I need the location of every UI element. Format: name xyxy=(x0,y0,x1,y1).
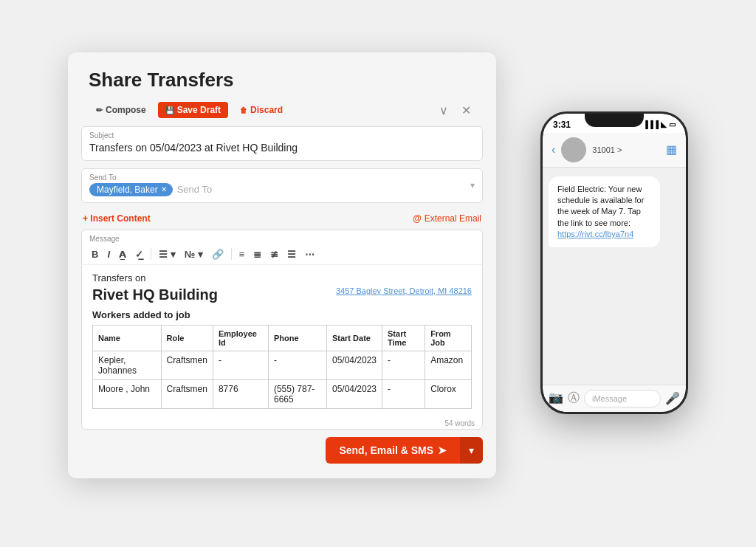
col-from-job: From Job xyxy=(425,325,472,351)
transfers-table: Name Role Employee Id Phone Start Date S… xyxy=(92,325,472,409)
cell-role: Craftsmen xyxy=(161,379,213,408)
cell-phone: - xyxy=(268,351,326,379)
toolbar-divider-1 xyxy=(151,248,151,260)
status-icons: ▐▐▐ ◣ ▭ xyxy=(643,120,676,128)
cell-start-date: 05/04/2023 xyxy=(326,379,382,408)
phone-screen: 3:31 ▐▐▐ ◣ ▭ ‹ 31001 > ▦ Field Electric:… xyxy=(543,114,686,412)
bold-button[interactable]: B xyxy=(88,247,102,261)
word-count: 54 words xyxy=(82,416,482,429)
cell-start-time: - xyxy=(382,379,425,408)
status-time: 3:31 xyxy=(553,120,571,130)
col-start-time: Start Time xyxy=(382,325,425,351)
wifi-icon: ◣ xyxy=(661,120,667,128)
ordered-list-button[interactable]: № ▾ xyxy=(181,247,207,261)
recipient-name: Mayfield, Baker xyxy=(97,185,158,195)
cell-start-time: - xyxy=(382,351,425,379)
phone-back-button[interactable]: ‹ xyxy=(551,143,555,156)
highlight-button[interactable]: ✓̲ xyxy=(131,247,147,261)
send-to-placeholder: Send To xyxy=(177,184,212,195)
job-address: 3457 Bagley Street, Detroit, MI 48216 xyxy=(336,286,472,295)
cell-from-job: Clorox xyxy=(425,379,472,408)
phone-notch xyxy=(585,114,644,127)
external-email-button[interactable]: @ External Email xyxy=(413,213,481,224)
panel-title: Share Transfers xyxy=(89,69,475,92)
toolbar-divider-2 xyxy=(231,248,232,260)
imessage-placeholder: iMessage xyxy=(592,394,627,403)
email-form: Subject Transfers on 05/04/2023 at Rivet… xyxy=(68,126,496,430)
italic-button[interactable]: I xyxy=(103,247,114,261)
signal-icon: ▐▐▐ xyxy=(643,120,659,128)
sms-link[interactable]: https://rivt.cc/lbya7n4 xyxy=(557,230,633,238)
phone-mockup: 3:31 ▐▐▐ ◣ ▭ ‹ 31001 > ▦ Field Electric:… xyxy=(540,111,688,414)
camera-icon: 📷 xyxy=(549,391,563,406)
workers-label: Workers added to job xyxy=(92,309,472,320)
send-to-content: Mayfield, Baker ✕ Send To xyxy=(89,183,461,196)
col-role: Role xyxy=(161,325,213,351)
dropdown-arrow-icon: ▾ xyxy=(470,180,475,190)
phone-input-bar: 📷 Ⓐ iMessage 🎤 xyxy=(543,385,686,412)
recipient-tag: Mayfield, Baker ✕ xyxy=(89,183,173,196)
toolbar: Compose Save Draft Discard ∨ ✕ xyxy=(89,102,475,119)
table-row: Kepler, Johannes Craftsmen - - 05/04/202… xyxy=(93,351,472,379)
job-name: Rivet HQ Building xyxy=(92,286,218,303)
editor-toolbar: B I A̲ ✓̲ ☰ ▾ № ▾ 🔗 ≡ ≣ ≢ ☰ ⋯ xyxy=(82,244,482,265)
align-left-button[interactable]: ≡ xyxy=(236,247,249,261)
subject-field[interactable]: Subject Transfers on 05/04/2023 at Rivet… xyxy=(81,126,483,161)
cell-role: Craftsmen xyxy=(161,351,213,379)
send-to-label: Send To xyxy=(89,173,461,182)
job-header-row: Rivet HQ Building 3457 Bagley Street, De… xyxy=(92,286,472,305)
more-options-button[interactable]: ⋯ xyxy=(301,247,318,261)
align-right-button[interactable]: ≢ xyxy=(267,247,282,261)
close-button[interactable]: ✕ xyxy=(457,102,475,119)
messages-area: Field Electric: Your new schedule is ava… xyxy=(543,168,686,385)
sms-bubble: Field Electric: Your new schedule is ava… xyxy=(549,176,660,248)
cell-employee-id: - xyxy=(213,351,268,379)
subject-value: Transfers on 05/04/2023 at Rivet HQ Buil… xyxy=(89,142,298,154)
phone-chat-header: ‹ 31001 > ▦ xyxy=(543,133,686,168)
collapse-button[interactable]: ∨ xyxy=(435,102,453,119)
send-arrow-icon: ➤ xyxy=(438,444,447,456)
cell-name: Moore , John xyxy=(93,379,162,408)
send-button-row: Send, Email & SMS ➤ ▾ xyxy=(68,430,496,464)
contact-name: 31001 > xyxy=(592,145,622,154)
compose-button[interactable]: Compose xyxy=(89,102,154,118)
battery-icon: ▭ xyxy=(669,120,676,128)
remove-recipient-button[interactable]: ✕ xyxy=(161,185,167,193)
video-call-icon: ▦ xyxy=(666,142,677,156)
editor-content[interactable]: Transfers on Rivet HQ Building 3457 Bagl… xyxy=(82,265,482,416)
send-email-sms-button[interactable]: Send, Email & SMS ➤ xyxy=(326,437,460,464)
col-name: Name xyxy=(93,325,162,351)
insert-row: + Insert Content @ External Email xyxy=(81,210,483,227)
send-to-field[interactable]: Send To Mayfield, Baker ✕ Send To ▾ xyxy=(81,168,483,203)
cell-start-date: 05/04/2023 xyxy=(326,351,382,379)
panel-header: Share Transfers Compose Save Draft Disca… xyxy=(68,52,496,126)
col-phone: Phone xyxy=(268,325,326,351)
cell-phone: (555) 787-6665 xyxy=(268,379,326,408)
table-header-row: Name Role Employee Id Phone Start Date S… xyxy=(93,325,472,351)
sms-text: Field Electric: Your new schedule is ava… xyxy=(557,185,644,227)
input-icons: 📷 Ⓐ xyxy=(549,391,580,406)
cell-from-job: Amazon xyxy=(425,351,472,379)
message-area: Message B I A̲ ✓̲ ☰ ▾ № ▾ 🔗 ≡ ≣ ≢ ☰ ⋯ xyxy=(81,230,483,430)
mic-icon: 🎤 xyxy=(665,391,680,405)
send-dropdown-button[interactable]: ▾ xyxy=(460,437,483,464)
justify-button[interactable]: ☰ xyxy=(284,247,300,261)
app-icon: Ⓐ xyxy=(568,391,580,406)
cell-name: Kepler, Johannes xyxy=(93,351,162,379)
save-draft-button[interactable]: Save Draft xyxy=(158,102,228,118)
send-button-label: Send, Email & SMS xyxy=(339,444,433,456)
subject-label: Subject xyxy=(89,131,475,140)
transfers-label: Transfers on xyxy=(92,272,472,283)
cell-employee-id: 8776 xyxy=(213,379,268,408)
unordered-list-button[interactable]: ☰ ▾ xyxy=(155,247,179,261)
table-row: Moore , John Craftsmen 8776 (555) 787-66… xyxy=(93,379,472,408)
link-button[interactable]: 🔗 xyxy=(208,247,227,261)
text-color-button[interactable]: A̲ xyxy=(115,247,130,261)
insert-content-button[interactable]: + Insert Content xyxy=(83,213,151,224)
imessage-input[interactable]: iMessage xyxy=(584,390,661,407)
align-center-button[interactable]: ≣ xyxy=(250,247,265,261)
discard-button[interactable]: Discard xyxy=(233,102,290,118)
col-employee-id: Employee Id xyxy=(213,325,268,351)
avatar xyxy=(561,137,586,162)
email-compose-panel: Share Transfers Compose Save Draft Disca… xyxy=(68,52,496,478)
